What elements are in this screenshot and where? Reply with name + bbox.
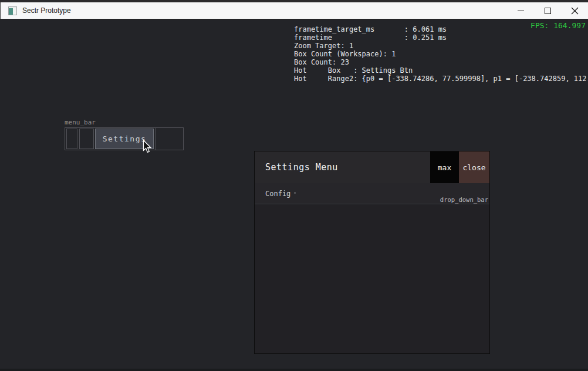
mouse-cursor [143, 140, 153, 154]
debug-line: frametime_target_ms : 6.061 ms [294, 25, 588, 33]
panel-close-button[interactable]: close [459, 151, 489, 183]
menu-bar: Settings [65, 127, 184, 150]
render-canvas[interactable]: FPS: 164.997 frametime_target_ms : 6.061… [0, 19, 588, 369]
app-window: Sectr Prototype FPS: 164.997 frametime_t… [0, 0, 588, 371]
maximize-icon [545, 8, 551, 14]
panel-maximize-button[interactable]: max [430, 151, 459, 183]
minimize-button[interactable] [507, 2, 534, 19]
drop-down-bar-label: drop_down_bar [440, 196, 488, 203]
debug-line: Hot Box : Settings Btn [294, 66, 588, 75]
config-label: Config [265, 190, 290, 198]
window-title: Sectr Prototype [22, 6, 71, 15]
app-icon [8, 6, 17, 15]
window-controls [507, 2, 588, 19]
menu-bar-slot[interactable] [155, 128, 183, 150]
drag-dot [294, 192, 296, 194]
config-drop-down-bar[interactable]: Config drop_down_bar [255, 183, 489, 204]
minimize-icon [518, 11, 524, 11]
close-button[interactable] [561, 2, 588, 19]
bottom-strip [0, 369, 588, 371]
close-icon [571, 7, 579, 15]
settings-menu-header[interactable]: Settings Menu max close [255, 151, 489, 183]
settings-menu-panel: Settings Menu max close Config drop_down… [254, 151, 490, 354]
debug-line: Box Count (Workspace): 1 [294, 50, 588, 58]
debug-line: Hot Range2: {p0 = [-338.74286, 77.599998… [294, 75, 588, 83]
menu-bar-slot[interactable] [79, 129, 94, 149]
menu-bar-label: menu_bar [65, 119, 96, 126]
debug-readout: frametime_target_ms : 6.061 ms frametime… [294, 25, 588, 83]
panel-header-buttons: max close [430, 151, 489, 183]
menu-bar-slot[interactable] [66, 129, 77, 149]
debug-line: frametime : 0.251 ms [294, 33, 588, 42]
settings-menu-body [255, 204, 489, 353]
debug-line: Box Count: 23 [294, 58, 588, 66]
debug-line: Zoom Target: 1 [294, 42, 588, 50]
maximize-button[interactable] [534, 2, 561, 19]
titlebar[interactable]: Sectr Prototype [0, 2, 588, 19]
settings-menu-title: Settings Menu [265, 162, 338, 173]
